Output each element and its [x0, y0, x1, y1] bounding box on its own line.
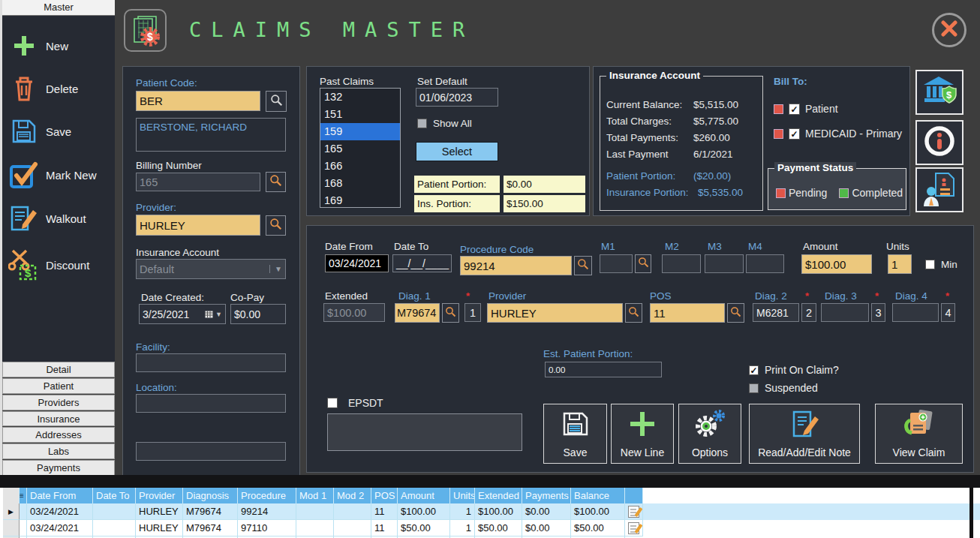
provider-detail-input[interactable]: HURLEY [487, 303, 623, 323]
suspended-checkbox[interactable] [749, 383, 759, 393]
extended-input[interactable]: $100.00 [323, 303, 385, 322]
grid-cell[interactable]: HURLEY [136, 503, 183, 520]
ins-portion-value[interactable]: $150.00 [504, 195, 585, 212]
grid-cell[interactable]: 03/24/2021 [27, 520, 93, 536]
past-claim-item[interactable]: 132 [320, 89, 400, 106]
diag2-pointer-input[interactable]: 2 [801, 303, 816, 322]
grid-cell[interactable]: 11 [371, 503, 398, 520]
view-claim-button[interactable]: View Claim [875, 404, 963, 464]
grid-cell[interactable]: $100.00 [398, 503, 450, 520]
units-input[interactable]: 1 [888, 254, 912, 274]
print-on-claim-checkbox[interactable]: ✓ [749, 365, 759, 375]
grid-row-selector[interactable]: ▶ [3, 503, 20, 520]
grid-cell[interactable]: 03/24/2021 [27, 503, 93, 520]
m3-input[interactable] [705, 254, 744, 273]
procedure-code-input[interactable]: 99214 [460, 256, 572, 275]
sidebar-tab-providers[interactable]: Providers [2, 395, 115, 410]
diag1-search-button[interactable] [442, 303, 459, 323]
sidebar-tab-insurance[interactable]: Insurance [2, 411, 115, 427]
grid-cell[interactable] [93, 520, 136, 536]
diag3-input[interactable] [821, 303, 869, 322]
grid-column-header[interactable]: Mod 2 [334, 488, 371, 503]
m1-input[interactable] [600, 254, 633, 273]
grid-cell[interactable] [334, 503, 371, 520]
amount-input[interactable]: $100.00 [801, 254, 872, 274]
grid-note-cell[interactable] [625, 520, 643, 536]
patient-code-input[interactable]: BER [136, 91, 260, 111]
grid-row-selector[interactable] [3, 520, 20, 536]
grid-cell[interactable]: HURLEY [136, 520, 183, 536]
est-patient-portion-input[interactable]: 0.00 [545, 362, 662, 377]
discount-button[interactable]: $ Discount [2, 245, 115, 285]
edit-note-icon[interactable] [628, 506, 639, 518]
mark-new-button[interactable]: Mark New [2, 158, 115, 192]
grid-cell[interactable] [296, 503, 334, 520]
grid-note-cell[interactable] [625, 503, 643, 520]
grid-column-header[interactable]: Mod 1 [296, 488, 334, 503]
grid-cell[interactable] [296, 520, 334, 536]
patient-info-button[interactable] [915, 167, 963, 212]
chevron-down-icon[interactable]: ▼ [215, 311, 222, 318]
date-created-input[interactable]: 3/25/2021 ▼ [139, 304, 226, 324]
m1-search-button[interactable] [635, 254, 651, 273]
tab-master[interactable]: Master [2, 0, 115, 16]
options-button[interactable]: Options [678, 404, 741, 464]
location-input[interactable] [136, 394, 286, 413]
grid-column-header[interactable]: Payments [522, 488, 571, 503]
patient-code-search-button[interactable] [266, 91, 287, 112]
grid-cell[interactable]: $50.00 [398, 520, 450, 536]
save-button-sidebar[interactable]: Save [2, 114, 115, 149]
delete-button[interactable]: Delete [2, 71, 115, 106]
grid-column-header[interactable]: Units [450, 488, 475, 503]
grid-cell[interactable] [93, 503, 136, 520]
edit-note-icon[interactable] [628, 522, 639, 534]
epsdt-note-textarea[interactable] [327, 413, 522, 451]
diag3-pointer-input[interactable]: 3 [871, 303, 885, 322]
grid-cell[interactable]: $50.00 [571, 520, 625, 536]
grid-cell[interactable]: 1 [450, 503, 475, 520]
sidebar-tab-payments[interactable]: Payments [2, 460, 115, 476]
diag1-input[interactable]: M79674 [395, 303, 440, 323]
past-claims-list[interactable]: 132151159165166168169 [320, 88, 401, 208]
diag1-pointer-input[interactable]: 1 [464, 303, 481, 322]
provider-search-button[interactable] [266, 215, 286, 236]
grid-cell[interactable]: 1 [450, 520, 475, 536]
read-add-edit-note-button[interactable]: Read/Add/Edit Note [749, 404, 860, 464]
facility-input[interactable] [136, 353, 286, 372]
grid-column-header[interactable]: Date From [27, 488, 93, 503]
patient-portion-value[interactable]: $0.00 [504, 176, 585, 193]
info-button[interactable] [915, 120, 963, 165]
past-claim-item[interactable]: 151 [320, 106, 400, 123]
table-row[interactable]: ▶03/24/2021HURLEYM796749921411$100.001$1… [3, 503, 980, 520]
new-button[interactable]: New [2, 29, 115, 63]
pos-search-button[interactable] [727, 303, 744, 323]
m4-input[interactable] [746, 254, 784, 273]
provider-input[interactable]: HURLEY [136, 215, 260, 236]
past-claim-item[interactable]: 169 [320, 192, 400, 208]
diag4-pointer-input[interactable]: 4 [941, 303, 955, 322]
sidebar-tab-labs[interactable]: Labs [2, 443, 115, 459]
billing-number-input[interactable]: 165 [136, 173, 260, 191]
provider-detail-search-button[interactable] [625, 303, 642, 323]
grid-column-header[interactable]: Amount [398, 488, 450, 503]
m2-input[interactable] [662, 254, 701, 273]
grid-cell[interactable]: $0.00 [522, 503, 571, 520]
grid-cell[interactable]: 97110 [238, 520, 296, 536]
grid-cell[interactable]: 99214 [238, 503, 296, 520]
past-claim-item[interactable]: 165 [320, 140, 400, 158]
grid-cell[interactable] [334, 520, 371, 536]
grid-cell[interactable]: $100.00 [475, 503, 522, 520]
grid-column-header[interactable]: POS [371, 488, 398, 503]
show-all-checkbox[interactable] [417, 119, 427, 128]
sidebar-tab-detail[interactable]: Detail [2, 362, 115, 377]
bill-to-medicaid-checkbox[interactable]: ✓ [789, 128, 800, 140]
grid-column-header[interactable]: Date To [93, 488, 136, 503]
extra-input[interactable] [136, 442, 286, 461]
grid-cell[interactable]: M79674 [183, 503, 238, 520]
copay-input[interactable]: $0.00 [230, 304, 286, 324]
grid-column-header[interactable]: Diagnosis [183, 488, 238, 503]
past-claim-item[interactable]: 159 [320, 123, 400, 140]
diag4-input[interactable] [892, 303, 939, 322]
grid-column-header[interactable]: Procedure [238, 488, 296, 503]
past-claim-item[interactable]: 166 [320, 158, 400, 175]
